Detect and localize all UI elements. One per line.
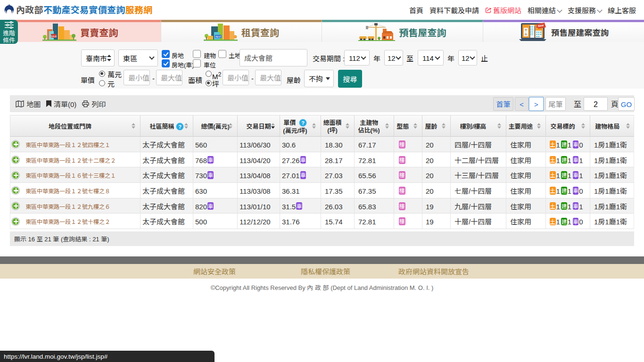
svg-text:?: ? [178,123,182,129]
svg-text:RENT: RENT [215,36,222,38]
svg-text:?: ? [301,120,305,125]
svg-text:SALE: SALE [51,35,57,38]
